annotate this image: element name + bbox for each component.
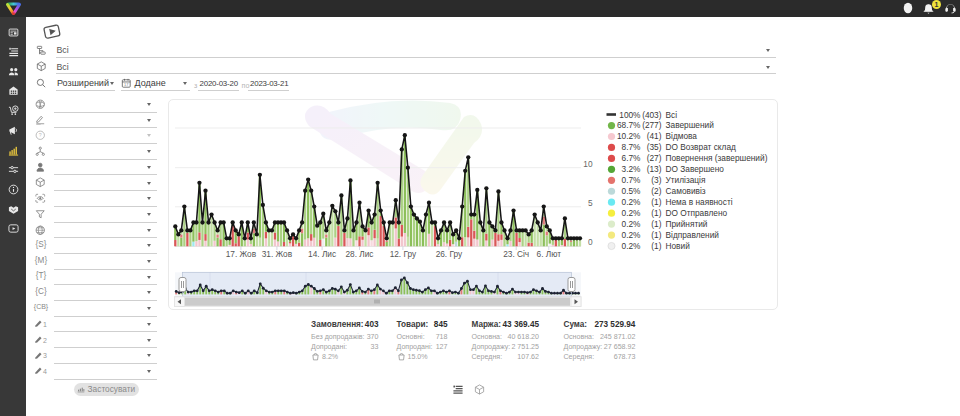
svg-text:0.2%: 0.2% [622,208,642,218]
svg-text:0.5%: 0.5% [622,186,642,196]
svg-text:(35): (35) [647,142,662,152]
svg-text:Нема в наявності: Нема в наявності [666,197,733,207]
svg-text:(27): (27) [647,153,662,163]
svg-text:(2): (2) [651,186,661,196]
svg-text:0.2%: 0.2% [622,219,642,229]
svg-text:14. Лис: 14. Лис [308,249,336,259]
svg-text:6.7%: 6.7% [622,153,642,163]
svg-text:6. Лют: 6. Лют [537,249,562,259]
svg-text:(1): (1) [651,219,661,229]
svg-text:(1): (1) [651,197,661,207]
svg-text:DO Возврат склад: DO Возврат склад [666,142,736,152]
svg-text:Всі: Всі [666,110,678,120]
svg-text:(1): (1) [651,241,661,251]
svg-text:0.2%: 0.2% [622,230,642,240]
svg-text:(1): (1) [651,208,661,218]
svg-text:28. Лис: 28. Лис [345,249,373,259]
svg-text:0.2%: 0.2% [622,241,642,251]
svg-text:Самовивіз: Самовивіз [666,186,706,196]
svg-text:0.7%: 0.7% [622,175,642,185]
svg-text:10: 10 [583,159,593,169]
svg-text:10.2%: 10.2% [617,131,641,141]
svg-text:?: ? [39,132,42,138]
svg-text:31. Жов: 31. Жов [262,249,293,259]
svg-text:23. Січ: 23. Січ [503,249,529,259]
svg-text:DO Завершено: DO Завершено [666,164,725,174]
svg-text:Відправлений: Відправлений [666,230,720,240]
svg-text:68.7%: 68.7% [617,120,641,130]
svg-text:Прийнятий: Прийнятий [666,219,708,229]
svg-text:Завершений: Завершений [666,120,715,130]
svg-text:(3): (3) [651,175,661,185]
svg-text:(403): (403) [642,110,662,120]
svg-text:26. Гру: 26. Гру [436,249,463,259]
svg-text:5: 5 [588,198,593,208]
svg-text:Відмова: Відмова [666,131,698,141]
svg-text:8.7%: 8.7% [622,142,642,152]
svg-text:0.2%: 0.2% [622,197,642,207]
svg-text:DO Отправлено: DO Отправлено [666,208,728,218]
svg-text:12. Гру: 12. Гру [390,249,417,259]
svg-text:17: 17 [124,82,128,87]
svg-text:(277): (277) [642,120,662,130]
svg-text:Повернення (завершений): Повернення (завершений) [666,153,768,163]
svg-text:17. Жов: 17. Жов [226,249,257,259]
svg-text:Новий: Новий [666,241,691,251]
svg-text:(41): (41) [647,131,662,141]
svg-text:(13): (13) [647,164,662,174]
svg-text:Утилізація: Утилізація [666,175,706,185]
svg-text:3.2%: 3.2% [622,164,642,174]
svg-text:100%: 100% [619,110,641,120]
svg-text:0: 0 [588,237,593,247]
svg-text:(1): (1) [651,230,661,240]
